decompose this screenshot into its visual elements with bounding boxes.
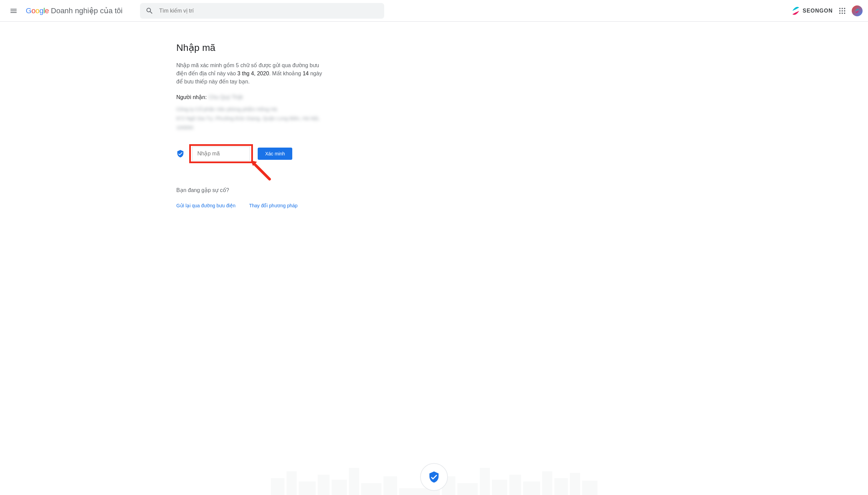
trouble-heading: Bạn đang gặp sự cố? [176,187,329,193]
links-row: Gửi lại qua đường bưu điện Thay đổi phươ… [176,203,329,208]
brand-logo: SEONGON [791,5,833,17]
avatar[interactable] [852,5,863,16]
description: Nhập mã xác minh gồm 5 chữ số được gửi q… [176,62,329,86]
desc-date: 3 thg 4, 2020 [237,71,269,76]
verify-button[interactable]: Xác minh [258,148,292,160]
apps-grid-icon [839,8,845,14]
code-row: Xác minh [176,144,329,163]
brand-text: SEONGON [802,8,833,14]
address-block: Công ty Cổ phần Văn phòng phẩm Hồng Hà 6… [176,104,329,132]
svg-line-1 [254,164,269,179]
search-icon [145,7,154,15]
recipient-label: Người nhận: [176,94,207,100]
recipient-name: Chu Quý Thật [209,94,243,100]
header: Google Doanh nghiệp của tôi SEONGON [0,0,868,22]
main-content: Nhập mã Nhập mã xác minh gồm 5 chữ số đư… [173,42,332,208]
desc-part2: . Mất khoảng [269,71,303,76]
recipient-row: Người nhận: Chu Quý Thật [176,94,329,100]
search-bar[interactable] [140,3,384,19]
annotation-arrow-icon [251,160,274,184]
address-line1: Công ty Cổ phần Văn phòng phẩm Hồng Hà [176,104,329,114]
desc-days: 14 [303,71,309,76]
link-change-method[interactable]: Thay đổi phương pháp [249,203,298,208]
address-line2: 672 Ngô Gia Tự, Phường Đức Giang, Quận L… [176,114,329,132]
menu-button[interactable] [5,3,22,19]
product-name: Doanh nghiệp của tôi [51,6,122,15]
header-right: SEONGON [791,4,863,18]
avatar-mark-icon [855,8,860,14]
logo[interactable]: Google Doanh nghiệp của tôi [26,6,122,15]
link-resend[interactable]: Gửi lại qua đường bưu điện [176,203,236,208]
apps-button[interactable] [835,4,849,18]
shield-check-icon [176,150,184,158]
search-input[interactable] [159,8,379,14]
brand-mark-icon [791,5,800,17]
code-input[interactable] [192,147,250,161]
page-title: Nhập mã [176,42,329,53]
menu-icon [10,7,18,15]
google-logo: Google [26,6,49,15]
code-input-highlight [189,144,253,163]
